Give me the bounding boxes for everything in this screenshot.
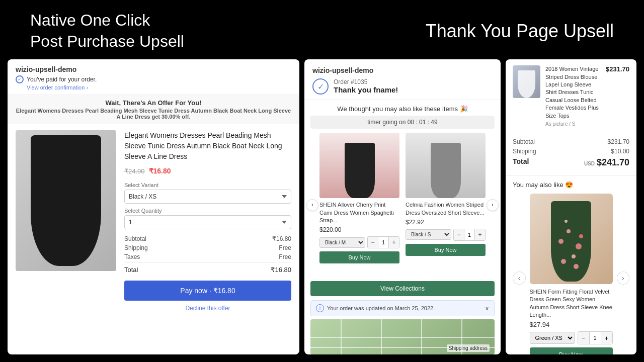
taxes-value: Free — [279, 253, 291, 260]
offer-banner: Wait, There's An Offer For You! Elegant … — [8, 95, 299, 124]
total-label: Total — [124, 266, 138, 274]
qty-plus-1[interactable]: + — [389, 237, 399, 248]
order-product-info: 2018 Women Vintage Striped Dress Blouse … — [545, 65, 601, 127]
product-img-placeholder — [16, 130, 116, 271]
subtotal-label: Subtotal — [124, 235, 146, 242]
svg-point-5 — [579, 234, 583, 238]
shipping-label: Shipping — [124, 244, 148, 251]
middle-panel: wizio-upsell-demo ✓ Order #1035 Thank yo… — [304, 59, 501, 354]
svg-point-7 — [574, 264, 579, 269]
timer-bar: timer going on 00 : 01 : 49 — [310, 116, 495, 129]
recommendations-title: We thought you may also like these items… — [304, 100, 501, 116]
carousel-next-button[interactable]: › — [487, 199, 499, 211]
order-update-text: Your order was updated on March 25, 2022… — [327, 305, 435, 311]
upsell-buy-button[interactable]: Buy Now — [530, 347, 613, 354]
upsell-qty-value: 1 — [589, 332, 601, 344]
order-product-price: $231.70 — [606, 65, 629, 73]
order-paid-row: ✓ You've paid for your order. — [16, 75, 291, 83]
right-subtotal-value: $231.70 — [608, 138, 629, 145]
svg-point-3 — [572, 254, 576, 258]
variant-row-2: Black / S − 1 + — [406, 229, 486, 241]
right-subtotal-row: Subtotal $231.70 — [513, 138, 629, 145]
quantity-select[interactable]: 1 — [124, 215, 291, 229]
right-total-value: USD $241.70 — [584, 157, 629, 168]
left-panel: wizio-upsell-demo ✓ You've paid for your… — [8, 59, 299, 354]
dress-small-2 — [431, 143, 461, 198]
header-line2: Post Purchase Upsell — [30, 31, 184, 52]
map-road-2 — [341, 319, 342, 354]
variant-group: Select Variant Black / XS — [124, 182, 291, 204]
qty-plus-2[interactable]: + — [475, 229, 485, 240]
svg-point-6 — [565, 220, 568, 223]
variant-select-2[interactable]: Black / S — [406, 229, 451, 240]
product-card-2: Celmia Fashion Women Striped Dress Overs… — [406, 133, 486, 277]
offer-subtitle: Elegant Womens Dresses Pearl Beading Mes… — [14, 108, 293, 120]
mid-header: wizio-upsell-demo ✓ Order #1035 Thank yo… — [304, 59, 501, 100]
quantity-group: Select Quantity 1 — [124, 208, 291, 229]
quantity-label: Select Quantity — [124, 208, 291, 214]
svg-point-1 — [567, 229, 571, 233]
svg-point-2 — [576, 243, 582, 249]
right-carousel-next[interactable]: › — [617, 272, 630, 285]
total-value: ₹16.80 — [271, 266, 291, 274]
sale-price: ₹16.80 — [149, 167, 171, 175]
qty-minus-2[interactable]: − — [454, 229, 464, 240]
price-row: ₹24.00 ₹16.80 — [124, 167, 291, 175]
buy-btn-1[interactable]: Buy Now — [319, 251, 399, 263]
view-order-link[interactable]: View order confirmation › — [27, 84, 291, 90]
map-road-3 — [381, 319, 382, 354]
upsell-title: You may also like 😍 — [513, 181, 629, 189]
mid-store-name: wizio-upsell-demo — [312, 66, 493, 74]
check-icon: ✓ — [16, 75, 24, 83]
offer-discount: get 30.00% off. — [151, 114, 190, 120]
order-text-block: Order #1035 Thank you fname! — [334, 78, 398, 94]
carousel-prev-button[interactable]: ‹ — [306, 199, 318, 211]
product-card-img-1 — [319, 133, 399, 198]
pay-button[interactable]: Pay now · ₹16.80 — [124, 281, 291, 301]
variant-select[interactable]: Black / XS — [124, 190, 291, 204]
variant-row-1: Black / M − 1 + — [319, 236, 399, 248]
qty-value-1: 1 — [378, 237, 389, 248]
page-header: Native One Click Post Purchase Upsell Th… — [0, 0, 644, 59]
svg-point-0 — [558, 239, 564, 244]
total-row: Total ₹16.80 — [124, 262, 291, 274]
qty-control-2: − 1 + — [453, 229, 486, 241]
product-section: Elegant Womens Dresses Pearl Beading Mes… — [8, 124, 299, 354]
upsell-bottom-row: Green / XS − 1 + — [530, 331, 613, 344]
qty-control-1: − 1 + — [367, 236, 399, 248]
subtotal-row: Subtotal ₹16.80 — [124, 235, 291, 242]
order-paid-text: You've paid for your order. — [27, 76, 97, 83]
product-details: Elegant Womens Dresses Pearl Beading Mes… — [124, 130, 291, 348]
upsell-qty-minus[interactable]: − — [578, 332, 589, 344]
qty-minus-1[interactable]: − — [368, 237, 378, 248]
shipping-address-label: Shipping address — [447, 344, 490, 352]
left-panel-header: wizio-upsell-demo ✓ You've paid for your… — [8, 59, 299, 95]
buy-btn-2[interactable]: Buy Now — [406, 244, 486, 256]
right-subtotal-label: Subtotal — [513, 138, 535, 145]
decline-link[interactable]: Decline this offer — [124, 305, 291, 312]
right-shipping-label: Shipping — [513, 148, 536, 155]
product-card-img-2 — [406, 133, 486, 198]
pricing-table: Subtotal ₹16.80 Shipping Free Taxes Free… — [124, 235, 291, 274]
header-left-text: Native One Click Post Purchase Upsell — [30, 10, 184, 52]
variant-select-1[interactable]: Black / M — [319, 237, 365, 248]
upsell-variant-select[interactable]: Green / XS — [530, 332, 575, 344]
variant-label: Select Variant — [124, 182, 291, 188]
svg-point-4 — [561, 259, 566, 264]
right-carousel-prev[interactable]: ‹ — [513, 272, 526, 285]
original-price: ₹24.00 — [124, 167, 145, 175]
upsell-section: You may also like 😍 ‹ — [506, 176, 636, 354]
info-icon: i — [316, 304, 324, 312]
product-title: Elegant Womens Dresses Pearl Beading Mes… — [124, 130, 291, 162]
order-info-row: ✓ Order #1035 Thank you fname! — [312, 78, 493, 95]
order-product-title: 2018 Women Vintage Striped Dress Blouse … — [545, 65, 601, 120]
dress-figure — [31, 135, 101, 266]
upsell-dress-flowers — [551, 201, 591, 282]
view-collections-button[interactable]: View Collections — [310, 281, 495, 296]
map-placeholder: Shipping address — [310, 319, 495, 354]
grand-total-amount: $241.70 — [597, 157, 629, 167]
qty-value-2: 1 — [464, 229, 475, 240]
upsell-qty-plus[interactable]: + — [601, 332, 612, 344]
product-card-price-2: $22.92 — [406, 219, 486, 226]
order-update-bar: i Your order was updated on March 25, 20… — [310, 300, 495, 316]
